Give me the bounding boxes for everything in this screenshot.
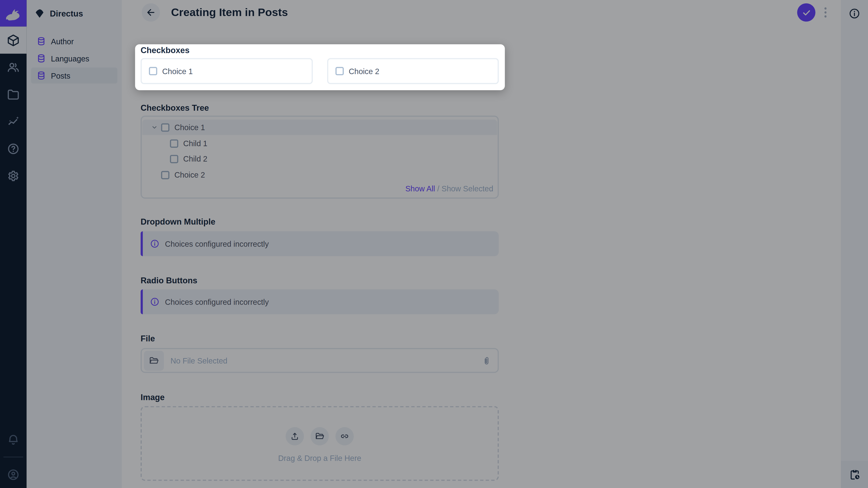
checkboxes-field-spotlight: Checkboxes Choice 1 Choice 2 — [135, 44, 505, 90]
checkboxes-options: Choice 1 Choice 2 — [141, 58, 499, 84]
checkbox-label: Choice 1 — [162, 67, 193, 75]
field-label-checkboxes: Checkboxes — [141, 45, 189, 55]
directus-app: Directus Author Languages Posts — [0, 0, 868, 488]
checkbox-choice-1[interactable] — [149, 67, 157, 75]
checkbox-choice-2[interactable] — [336, 67, 344, 75]
checkbox-label: Choice 2 — [349, 67, 379, 75]
checkbox-option-choice-2[interactable]: Choice 2 — [327, 58, 499, 84]
checkbox-option-choice-1[interactable]: Choice 1 — [141, 58, 313, 84]
